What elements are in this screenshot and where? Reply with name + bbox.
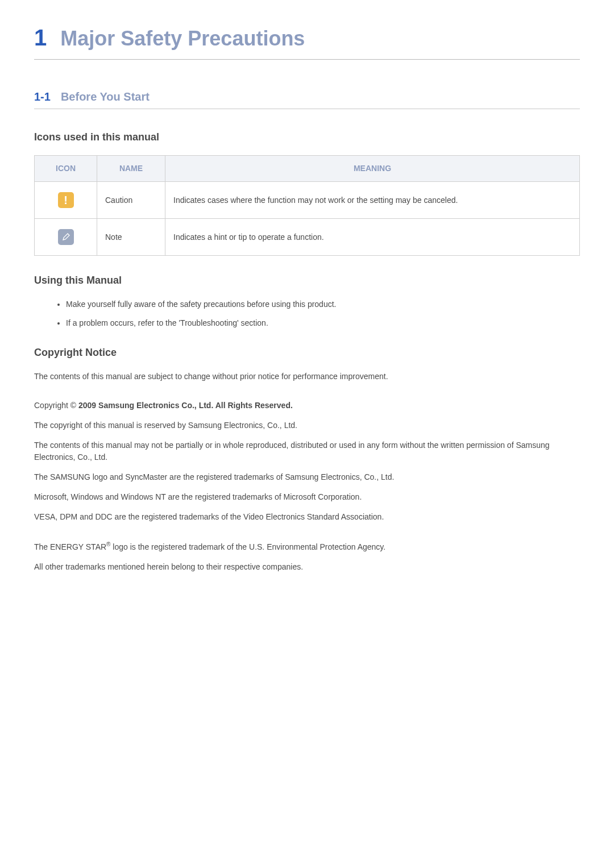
using-manual-list: Make yourself fully aware of the safety … [34,298,580,329]
name-cell: Caution [97,182,165,219]
copyright-para: The SAMSUNG logo and SyncMaster are the … [34,471,580,483]
meaning-cell: Indicates a hint or tip to operate a fun… [165,219,580,256]
energy-star-pre: The ENERGY STAR [34,542,106,551]
table-row: Note Indicates a hint or tip to operate … [35,219,580,256]
copyright-para: The copyright of this manual is reserved… [34,420,580,431]
copyright-intro: The contents of this manual are subject … [34,371,580,383]
icons-table: ICON NAME MEANING ! Caution Indicates ca… [34,155,580,256]
energy-star-post: logo is the registered trademark of the … [110,542,385,551]
section-number: 1-1 [34,88,51,105]
copyright-heading: Copyright Notice [34,345,580,360]
chapter-number: 1 [34,20,47,55]
icon-cell [35,219,97,256]
caution-icon: ! [58,192,74,208]
icons-heading: Icons used in this manual [34,130,580,145]
note-icon [58,229,74,245]
energy-star-line: The ENERGY STAR® logo is the registered … [34,540,580,553]
th-name: NAME [97,156,165,182]
list-item: If a problem occurs, refer to the 'Troub… [66,317,580,329]
copyright-para: Microsoft, Windows and Windows NT are th… [34,491,580,503]
section-title: Before You Start [61,88,150,105]
list-item: Make yourself fully aware of the safety … [66,298,580,310]
copyright-line: Copyright © 2009 Samsung Electronics Co.… [34,400,580,412]
table-row: ! Caution Indicates cases where the func… [35,182,580,219]
meaning-cell: Indicates cases where the function may n… [165,182,580,219]
copyright-final: All other trademarks mentioned herein be… [34,561,580,573]
copyright-para: VESA, DPM and DDC are the registered tra… [34,511,580,523]
section-header: 1-1 Before You Start [34,88,580,109]
copyright-para: The contents of this manual may not be p… [34,439,580,463]
icon-cell: ! [35,182,97,219]
using-manual-heading: Using this Manual [34,273,580,288]
th-icon: ICON [35,156,97,182]
th-meaning: MEANING [165,156,580,182]
chapter-title: Major Safety Precautions [60,23,305,54]
copyright-bold: 2009 Samsung Electronics Co., Ltd. All R… [78,401,293,410]
table-header-row: ICON NAME MEANING [35,156,580,182]
name-cell: Note [97,219,165,256]
chapter-header: 1 Major Safety Precautions [34,20,580,60]
copyright-prefix: Copyright © [34,401,78,410]
